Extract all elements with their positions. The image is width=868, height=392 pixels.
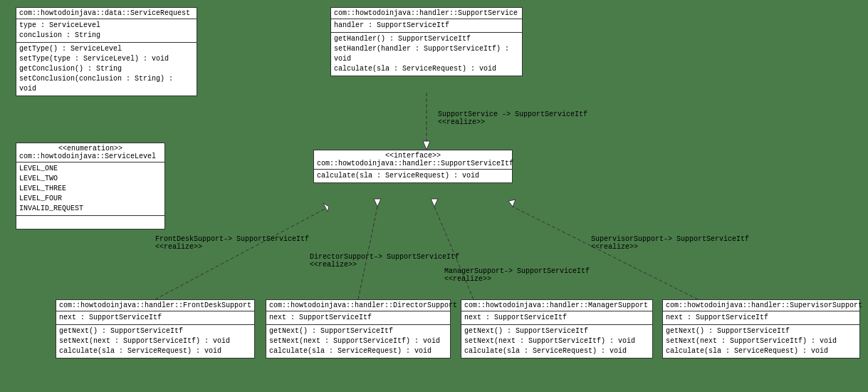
frontdesk-realize-label: FrontDeskSupport-> SupportServiceItf <<r… [155,235,309,251]
support-service-itf-stereotype: <<interface>> [317,152,509,160]
sr-field-2: conclusion : String [19,31,194,41]
support-service-fields: handler : SupportServiceItf [331,19,522,33]
support-service-itf-title: <<interface>> com::howtodoinjava::handle… [314,150,512,170]
director-title: com::howtodoinjava::handler::DirectorSup… [266,300,450,311]
support-service-box: com::howtodoinjava::handler::SupportServ… [330,7,523,76]
service-request-title-text: com::howtodoinjava::data::ServiceRequest [19,9,190,17]
svg-line-2 [155,207,329,299]
mgr-field-1: next : SupportServiceItf [464,313,649,323]
director-support-box: com::howtodoinjava::handler::DirectorSup… [266,299,451,359]
supervisor-title: com::howtodoinjava::handler::SupervisorS… [663,300,859,311]
sl-val-1: LEVEL_ONE [19,164,162,174]
svg-marker-1 [423,141,430,150]
service-request-box: com::howtodoinjava::data::ServiceRequest… [16,7,197,96]
svg-marker-5 [374,199,381,207]
support-service-methods: getHandler() : SupportServiceItf setHand… [331,33,522,76]
mgr-method-3: calculate(sla : ServiceRequest) : void [464,346,649,356]
sup-method-2: setNext(next : SupportServiceItf) : void [666,336,857,346]
svg-marker-7 [431,199,438,207]
manager-fields: next : SupportServiceItf [461,311,652,325]
service-level-stereotype: <<enumeration>> [19,145,162,153]
fd-method-2: setNext(next : SupportServiceItf) : void [59,336,251,346]
sr-field-1: type : ServiceLevel [19,21,194,31]
dir-field-1: next : SupportServiceItf [269,313,447,323]
manager-methods: getNext() : SupportServiceItf setNext(ne… [461,325,652,358]
service-level-values: LEVEL_ONE LEVEL_TWO LEVEL_THREE LEVEL_FO… [16,163,164,216]
supervisor-fields: next : SupportServiceItf [663,311,859,325]
ss-method-2: setHandler(handler : SupportServiceItf) … [334,44,519,64]
supervisor-support-box: com::howtodoinjava::handler::SupervisorS… [662,299,860,359]
sr-method-3: getConclusion() : String [19,64,194,74]
sl-val-3: LEVEL_THREE [19,184,162,194]
sl-val-5: INVALID_REQUEST [19,204,162,214]
frontdesk-fields: next : SupportServiceItf [56,311,254,325]
fd-method-3: calculate(sla : ServiceRequest) : void [59,346,251,356]
support-service-title-text: com::howtodoinjava::handler::SupportServ… [334,9,518,17]
service-request-title: com::howtodoinjava::data::ServiceRequest [16,8,197,19]
sup-method-1: getNext() : SupportServiceItf [666,326,857,336]
director-realize-label: DirectorSupport-> SupportServiceItf <<re… [310,253,459,269]
support-service-title: com::howtodoinjava::handler::SupportServ… [331,8,522,19]
sl-val-4: LEVEL_FOUR [19,194,162,204]
sup-method-3: calculate(sla : ServiceRequest) : void [666,346,857,356]
supervisor-methods: getNext() : SupportServiceItf setNext(ne… [663,325,859,358]
director-fields: next : SupportServiceItf [266,311,450,325]
mgr-method-2: setNext(next : SupportServiceItf) : void [464,336,649,346]
director-methods: getNext() : SupportServiceItf setNext(ne… [266,325,450,358]
frontdesk-title-text: com::howtodoinjava::handler::FrontDeskSu… [59,301,251,309]
director-title-text: com::howtodoinjava::handler::DirectorSup… [269,301,457,309]
mgr-method-1: getNext() : SupportServiceItf [464,326,649,336]
ss-method-1: getHandler() : SupportServiceItf [334,34,519,44]
support-service-itf-title-text: com::howtodoinjava::handler::SupportServ… [317,160,509,167]
service-request-fields: type : ServiceLevel conclusion : String [16,19,197,43]
svg-line-8 [513,207,698,299]
dir-method-1: getNext() : SupportServiceItf [269,326,447,336]
frontdesk-support-box: com::howtodoinjava::handler::FrontDeskSu… [56,299,255,359]
manager-support-box: com::howtodoinjava::handler::ManagerSupp… [461,299,653,359]
support-service-itf-box: <<interface>> com::howtodoinjava::handle… [313,150,513,183]
fd-field-1: next : SupportServiceItf [59,313,251,323]
support-service-itf-methods: calculate(sla : ServiceRequest) : void [314,170,512,182]
frontdesk-title: com::howtodoinjava::handler::FrontDeskSu… [56,300,254,311]
svg-marker-9 [508,200,516,207]
ss-method-3: calculate(sla : ServiceRequest) : void [334,64,519,74]
manager-title: com::howtodoinjava::handler::ManagerSupp… [461,300,652,311]
supervisor-realize-label: SupervisorSupport-> SupportServiceItf <<… [591,235,749,251]
frontdesk-methods: getNext() : SupportServiceItf setNext(ne… [56,325,254,358]
svg-marker-3 [323,203,329,212]
service-level-title: <<enumeration>> com::howtodoinjava::Serv… [16,143,164,163]
manager-realize-label: ManagerSupport-> SupportServiceItf <<rea… [444,267,590,283]
manager-title-text: com::howtodoinjava::handler::ManagerSupp… [464,301,648,309]
sup-field-1: next : SupportServiceItf [666,313,857,323]
ssitf-method-1: calculate(sla : ServiceRequest) : void [317,171,509,181]
ss-field-1: handler : SupportServiceItf [334,21,519,31]
sr-method-2: setType(type : ServiceLevel) : void [19,54,194,64]
sl-val-2: LEVEL_TWO [19,174,162,184]
sr-method-4: setConclusion(conclusion : String) : voi… [19,74,194,94]
dir-method-2: setNext(next : SupportServiceItf) : void [269,336,447,346]
service-request-methods: getType() : ServiceLevel setType(type : … [16,43,197,96]
service-level-empty [16,216,164,229]
diagram-container: com::howtodoinjava::data::ServiceRequest… [0,0,868,392]
fd-method-1: getNext() : SupportServiceItf [59,326,251,336]
support-service-realize-label: SupportService -> SupportServiceItf <<re… [438,110,587,126]
service-level-box: <<enumeration>> com::howtodoinjava::Serv… [16,143,165,229]
dir-method-3: calculate(sla : ServiceRequest) : void [269,346,447,356]
supervisor-title-text: com::howtodoinjava::handler::SupervisorS… [666,301,862,309]
service-level-title-text: com::howtodoinjava::ServiceLevel [19,153,162,160]
sr-method-1: getType() : ServiceLevel [19,44,194,54]
